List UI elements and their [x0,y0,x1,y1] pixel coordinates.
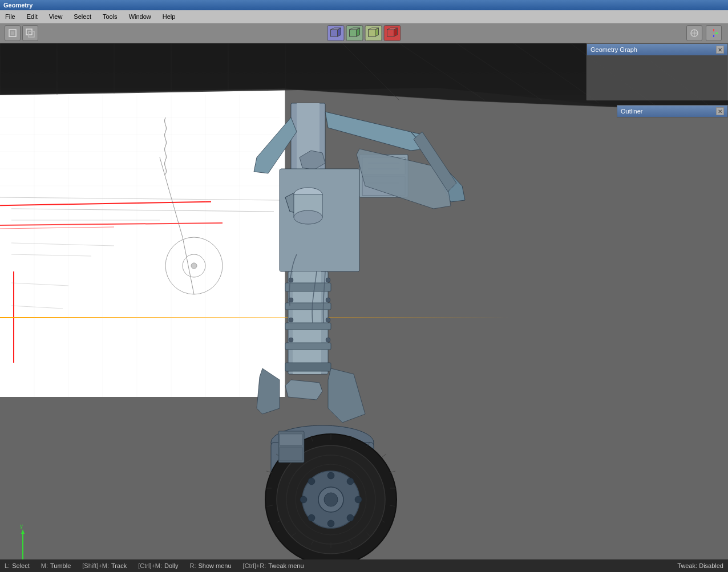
status-dolly: [Ctrl]+M: Dolly [138,562,178,569]
svg-point-124 [324,493,338,506]
menu-window[interactable]: Window [126,12,154,21]
svg-line-54 [11,243,114,246]
status-track: [Shift]+M: Track [82,562,127,569]
nav-icon-1[interactable] [686,25,702,41]
svg-marker-64 [325,112,425,151]
title-bar: Geometry [0,0,728,10]
toolbar [0,23,728,43]
geometry-graph-close[interactable]: ✕ [716,46,724,54]
svg-text:y: y [20,523,23,529]
status-shift-m-value: Track [111,562,127,569]
menu-file[interactable]: File [2,12,18,21]
menu-view[interactable]: View [46,12,66,21]
svg-point-131 [326,298,330,302]
svg-point-117 [355,496,362,503]
svg-point-132 [289,318,293,322]
svg-rect-85 [285,343,331,350]
toolbar-right [686,25,723,41]
menu-select[interactable]: Select [71,12,94,21]
status-m-value: Tumble [50,562,71,569]
outliner-panel: Outliner ✕ [617,105,728,117]
svg-rect-1 [11,31,14,35]
nav-icon-2[interactable] [706,25,722,41]
svg-rect-2 [26,29,32,35]
outliner-title: Outliner [621,108,643,115]
svg-point-118 [347,514,354,521]
svg-rect-7 [350,30,357,36]
view-cube-group [327,25,401,41]
status-ctrl-m-key: [Ctrl]+M: [138,562,162,569]
view-cube-side[interactable] [346,25,363,41]
view-cube-red[interactable] [384,25,401,41]
svg-point-71 [294,210,322,224]
view-cube-front[interactable] [327,25,345,41]
menu-tools[interactable]: Tools [100,12,120,21]
tweak-status: Tweak: Disabled [677,562,723,569]
svg-marker-138 [285,380,322,400]
status-bar: L: Select M: Tumble [Shift]+M: Track [Ct… [0,559,728,572]
svg-rect-127 [280,447,302,461]
3d-model-svg: x y [0,43,728,559]
svg-line-52 [11,209,274,212]
outliner-close[interactable]: ✕ [716,107,724,115]
status-l-key: L: [5,562,10,569]
menu-bar: File Edit View Select Tools Window Help [0,10,728,23]
svg-point-116 [347,478,354,485]
svg-rect-126 [280,434,302,445]
svg-rect-13 [387,30,394,36]
svg-rect-86 [285,363,331,371]
status-select: L: Select [5,562,30,569]
status-ctrl-r-key: [Ctrl]+R: [243,562,266,569]
geometry-graph-panel: Geometry Graph ✕ [587,43,728,100]
svg-point-119 [327,520,334,527]
geometry-graph-title: Geometry Graph [591,46,637,53]
status-ctrl-m-value: Dolly [164,562,178,569]
status-m-key: M: [41,562,48,569]
svg-rect-84 [285,323,331,330]
svg-line-59 [0,223,223,225]
status-r-key: R: [189,562,196,569]
outliner-header: Outliner ✕ [617,106,727,117]
svg-point-49 [191,263,197,269]
svg-line-109 [382,454,386,457]
svg-line-60 [0,227,114,229]
menu-edit[interactable]: Edit [24,12,41,21]
status-tumble: M: Tumble [41,562,71,569]
svg-marker-137 [328,368,365,423]
svg-point-135 [326,338,330,342]
geometry-graph-header: Geometry Graph ✕ [587,44,727,55]
status-shift-m-key: [Shift]+M: [82,562,109,569]
svg-point-133 [326,318,330,322]
svg-marker-66 [254,117,297,173]
svg-rect-10 [369,30,375,36]
svg-line-57 [11,306,63,309]
svg-marker-142 [21,529,25,534]
status-show-menu: R: Show menu [189,562,231,569]
svg-point-128 [289,278,293,282]
status-ctrl-r-value: Tweak menu [268,562,304,569]
svg-point-122 [308,478,315,485]
status-r-value: Show menu [198,562,231,569]
svg-point-120 [308,514,315,521]
menu-help[interactable]: Help [160,12,179,21]
toolbar-btn-2[interactable] [22,25,38,41]
svg-point-130 [289,298,293,302]
svg-point-121 [300,496,307,503]
status-l-value: Select [12,562,30,569]
viewport[interactable]: x y Geometry Graph ✕ Outliner ✕ [0,43,728,559]
svg-line-56 [11,283,68,286]
toolbar-btn-1[interactable] [5,25,21,41]
svg-point-134 [289,338,293,342]
status-tweak-menu: [Ctrl]+R: Tweak menu [243,562,304,569]
svg-line-55 [11,254,91,256]
svg-line-58 [0,197,280,200]
svg-rect-4 [331,30,338,36]
view-cube-top[interactable] [365,25,382,41]
svg-rect-83 [285,303,331,310]
svg-point-115 [327,472,334,479]
svg-marker-136 [257,368,280,414]
svg-rect-3 [29,31,34,37]
title-text: Geometry [3,2,33,9]
svg-point-129 [326,278,330,282]
